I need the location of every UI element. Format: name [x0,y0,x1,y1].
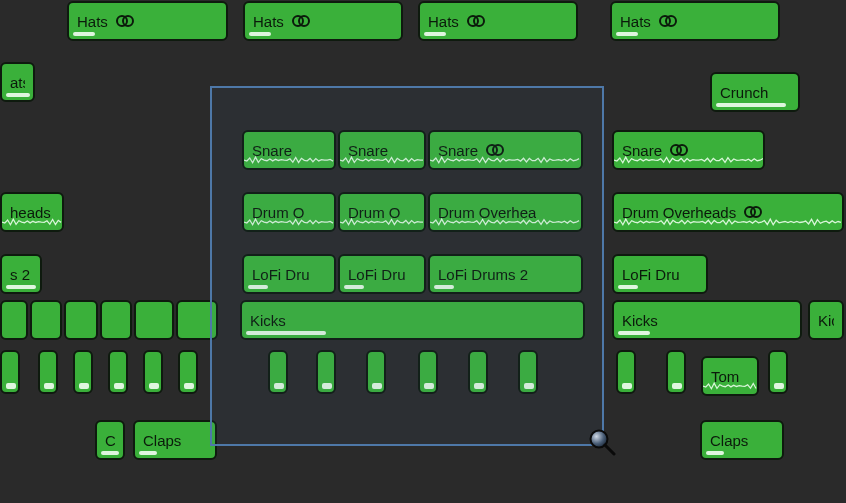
region-progress-bar [249,32,271,36]
region-clip-snareD[interactable]: Snare [612,130,765,170]
region-label: Hats [253,13,284,30]
region-label: LoFi Drums 2 [438,266,528,283]
region-clip-s2[interactable]: s 2 [0,254,42,294]
region-clip-tb9[interactable] [366,350,386,394]
region-clip-lofi2[interactable]: LoFi Dru [338,254,426,294]
svg-line-1 [605,445,614,454]
region-clip-lofi3[interactable]: LoFi Drums 2 [428,254,583,294]
region-label: Hats [77,13,108,30]
region-progress-bar [322,383,332,389]
region-progress-bar [184,383,194,389]
region-clip-drumOvhFull[interactable]: Drum Overheads [612,192,844,232]
region-clip-tb10[interactable] [418,350,438,394]
waveform [430,217,581,227]
region-clip-tb12[interactable] [518,350,538,394]
waveform [2,217,62,227]
waveform [430,155,581,165]
region-clip-hats4[interactable]: Hats [610,1,780,41]
region-progress-bar [434,285,454,289]
region-progress-bar [774,383,784,389]
region-progress-bar [149,383,159,389]
region-progress-bar [616,32,638,36]
region-clip-kicksMain[interactable]: Kicks [240,300,585,340]
region-label: Claps [710,432,748,449]
waveform [703,381,757,391]
region-progress-bar [618,331,650,335]
zoom-magnifier-icon [588,428,616,456]
region-progress-bar [246,331,326,335]
region-clip-drumOvh[interactable]: Drum Overhea [428,192,583,232]
region-clip-kicksSegD[interactable] [100,300,132,340]
region-progress-bar [706,451,724,455]
region-clip-kickEdge[interactable]: Kick [808,300,844,340]
region-clip-tb14[interactable] [666,350,686,394]
waveform [614,217,842,227]
waveform [244,217,334,227]
region-clip-hats1[interactable]: Hats [67,1,228,41]
region-progress-bar [474,383,484,389]
region-progress-bar [6,93,30,97]
region-clip-tb4[interactable] [108,350,128,394]
region-clip-tb5[interactable] [143,350,163,394]
region-progress-bar [344,285,364,289]
region-clip-lofi4[interactable]: LoFi Dru [612,254,708,294]
region-progress-bar [716,103,786,107]
region-label: Crunch [720,84,768,101]
region-clip-hats3[interactable]: Hats [418,1,578,41]
region-clip-hats2[interactable]: Hats [243,1,403,41]
loop-icon [657,13,679,29]
region-progress-bar [622,383,632,389]
region-clip-tb15[interactable] [768,350,788,394]
region-label: Kick [818,312,834,329]
region-clip-drumO1[interactable]: Drum O [242,192,336,232]
region-clip-kicksSegF[interactable] [176,300,218,340]
region-label: Claps [143,432,181,449]
region-progress-bar [372,383,382,389]
region-clip-snareA[interactable]: Snare [242,130,336,170]
region-clip-snareC[interactable]: Snare [428,130,583,170]
region-progress-bar [524,383,534,389]
region-clip-tb3[interactable] [73,350,93,394]
region-clip-tb13[interactable] [616,350,636,394]
region-label: ats [10,74,25,91]
region-clip-claps1[interactable]: Claps [133,420,217,460]
region-label: LoFi Dru [252,266,310,283]
region-clip-drumO2[interactable]: Drum O [338,192,426,232]
region-label: s 2 [10,266,30,283]
region-progress-bar [73,32,95,36]
region-label: Hats [428,13,459,30]
region-clip-tb2[interactable] [38,350,58,394]
region-clip-tb1[interactable] [0,350,20,394]
region-clip-tb7[interactable] [268,350,288,394]
region-clip-kicksSegC[interactable] [64,300,98,340]
loop-icon [290,13,312,29]
region-progress-bar [424,32,446,36]
region-clip-kicksSegE[interactable] [134,300,174,340]
region-progress-bar [248,285,268,289]
region-clip-tb6[interactable] [178,350,198,394]
region-clip-kicksSegB[interactable] [30,300,62,340]
region-clip-claps2[interactable]: Claps [700,420,784,460]
region-clip-snareB[interactable]: Snare [338,130,426,170]
region-clip-ats[interactable]: ats [0,62,35,102]
region-clip-kicksSegA[interactable] [0,300,28,340]
region-progress-bar [618,285,638,289]
track-arrange-area[interactable]: { "labels": { "hats": "Hats", "ats": "at… [0,0,846,503]
region-clip-tb11[interactable] [468,350,488,394]
region-progress-bar [274,383,284,389]
region-clip-heads[interactable]: heads [0,192,64,232]
region-label: LoFi Dru [348,266,406,283]
region-progress-bar [672,383,682,389]
region-clip-clapsC[interactable]: C [95,420,125,460]
region-progress-bar [424,383,434,389]
region-clip-lofi1[interactable]: LoFi Dru [242,254,336,294]
region-progress-bar [101,451,119,455]
region-clip-kicksR[interactable]: Kicks [612,300,802,340]
region-clip-tom[interactable]: Tom [701,356,759,396]
waveform [614,155,763,165]
loop-icon [465,13,487,29]
region-clip-tb8[interactable] [316,350,336,394]
region-progress-bar [44,383,54,389]
region-progress-bar [6,285,36,289]
region-clip-crunch[interactable]: Crunch [710,72,800,112]
